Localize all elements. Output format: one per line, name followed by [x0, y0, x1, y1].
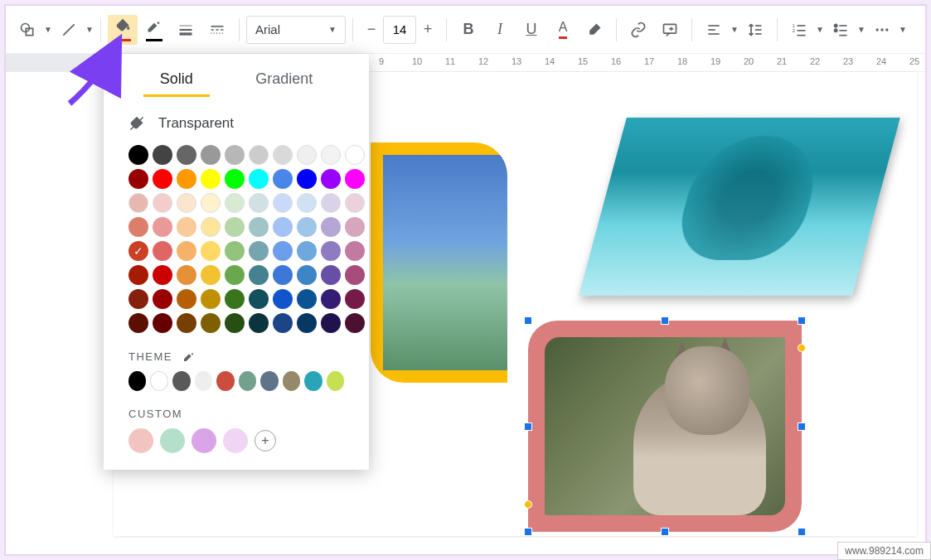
- resize-handle[interactable]: [798, 528, 806, 536]
- color-swatch[interactable]: [153, 217, 172, 237]
- color-swatch[interactable]: [177, 313, 196, 333]
- color-swatch[interactable]: [321, 241, 341, 261]
- color-swatch[interactable]: [273, 241, 293, 261]
- align-dropdown[interactable]: ▼: [730, 25, 739, 34]
- color-swatch[interactable]: [201, 241, 221, 261]
- color-swatch[interactable]: [273, 217, 293, 237]
- color-swatch[interactable]: [249, 145, 269, 165]
- color-swatch[interactable]: [225, 169, 245, 189]
- color-swatch[interactable]: [345, 241, 365, 261]
- bold-button[interactable]: B: [453, 15, 483, 45]
- numbered-list-dropdown[interactable]: ▼: [816, 25, 824, 34]
- increase-font-size[interactable]: +: [416, 16, 439, 44]
- text-color-button[interactable]: A: [548, 15, 578, 45]
- custom-swatch[interactable]: [160, 428, 185, 453]
- custom-swatch[interactable]: [128, 428, 153, 453]
- color-swatch[interactable]: [321, 313, 341, 333]
- color-swatch[interactable]: [249, 241, 269, 261]
- color-swatch[interactable]: [177, 289, 196, 309]
- color-swatch[interactable]: [297, 145, 317, 165]
- color-swatch[interactable]: [177, 169, 196, 189]
- color-swatch[interactable]: [297, 193, 317, 213]
- color-swatch[interactable]: [153, 193, 172, 213]
- theme-swatch[interactable]: [304, 371, 322, 391]
- rounded-rect-shape-yellow[interactable]: [371, 142, 507, 383]
- color-swatch[interactable]: [153, 265, 172, 285]
- color-swatch[interactable]: [249, 289, 269, 309]
- shape-dropdown[interactable]: ▼: [44, 25, 52, 34]
- color-swatch[interactable]: [201, 145, 221, 165]
- color-swatch[interactable]: [297, 313, 317, 333]
- color-swatch[interactable]: [201, 193, 221, 213]
- color-swatch[interactable]: [321, 169, 341, 189]
- color-swatch[interactable]: [297, 289, 317, 309]
- color-swatch[interactable]: [128, 145, 148, 165]
- shape-tool[interactable]: [12, 15, 42, 45]
- color-swatch[interactable]: [128, 193, 148, 213]
- color-swatch[interactable]: [321, 217, 341, 237]
- parallelogram-shape-teal[interactable]: [579, 118, 900, 296]
- color-swatch[interactable]: [249, 217, 269, 237]
- color-swatch[interactable]: [345, 169, 365, 189]
- theme-swatch[interactable]: [327, 371, 344, 391]
- color-swatch[interactable]: [345, 217, 365, 237]
- color-swatch[interactable]: [345, 145, 365, 165]
- insert-link-button[interactable]: [623, 15, 653, 45]
- line-spacing-button[interactable]: [740, 15, 770, 45]
- color-swatch[interactable]: [297, 169, 317, 189]
- resize-handle[interactable]: [661, 528, 669, 536]
- color-swatch[interactable]: [177, 265, 196, 285]
- resize-handle[interactable]: [524, 316, 532, 325]
- add-custom-color[interactable]: +: [255, 430, 276, 451]
- custom-swatch[interactable]: [223, 428, 248, 453]
- color-swatch[interactable]: [128, 169, 148, 189]
- color-swatch[interactable]: [128, 289, 148, 309]
- color-swatch[interactable]: [321, 193, 341, 213]
- color-swatch[interactable]: [153, 241, 172, 261]
- highlight-button[interactable]: [579, 15, 609, 45]
- numbered-list-button[interactable]: 12: [784, 15, 814, 45]
- transparent-option[interactable]: Transparent: [104, 97, 369, 145]
- theme-swatch[interactable]: [260, 371, 278, 391]
- color-swatch[interactable]: [321, 289, 341, 309]
- color-swatch[interactable]: [225, 289, 245, 309]
- color-swatch[interactable]: [128, 241, 148, 261]
- border-color-button[interactable]: [139, 15, 169, 45]
- color-swatch[interactable]: [273, 289, 293, 309]
- theme-swatch[interactable]: [195, 371, 212, 391]
- underline-button[interactable]: U: [516, 15, 546, 45]
- font-size-input[interactable]: [383, 16, 416, 44]
- insert-comment-button[interactable]: [655, 15, 685, 45]
- more-options-button[interactable]: [867, 15, 897, 45]
- decrease-font-size[interactable]: −: [360, 16, 383, 44]
- more-dropdown[interactable]: ▼: [899, 25, 907, 34]
- color-swatch[interactable]: [345, 313, 365, 333]
- color-swatch[interactable]: [273, 145, 293, 165]
- color-swatch[interactable]: [177, 217, 196, 237]
- color-swatch[interactable]: [128, 265, 148, 285]
- custom-swatch[interactable]: [192, 428, 216, 453]
- color-swatch[interactable]: [345, 289, 365, 309]
- color-swatch[interactable]: [201, 313, 221, 333]
- color-swatch[interactable]: [128, 313, 148, 333]
- color-swatch[interactable]: [153, 169, 172, 189]
- resize-handle[interactable]: [524, 528, 532, 536]
- color-swatch[interactable]: [201, 289, 221, 309]
- border-weight-button[interactable]: [171, 15, 201, 45]
- color-swatch[interactable]: [177, 193, 196, 213]
- bulleted-list-dropdown[interactable]: ▼: [857, 25, 866, 34]
- font-family-select[interactable]: Arial▼: [246, 16, 346, 44]
- theme-swatch[interactable]: [172, 371, 190, 391]
- color-swatch[interactable]: [297, 241, 317, 261]
- color-swatch[interactable]: [225, 193, 245, 213]
- italic-button[interactable]: I: [485, 15, 515, 45]
- theme-swatch[interactable]: [239, 371, 256, 391]
- color-swatch[interactable]: [225, 313, 245, 333]
- theme-swatch[interactable]: [128, 371, 146, 391]
- border-dash-button[interactable]: [202, 15, 232, 45]
- color-swatch[interactable]: [225, 241, 245, 261]
- gradient-tab[interactable]: Gradient: [239, 64, 329, 97]
- theme-swatch[interactable]: [150, 371, 168, 391]
- color-swatch[interactable]: [249, 265, 269, 285]
- color-swatch[interactable]: [153, 289, 172, 309]
